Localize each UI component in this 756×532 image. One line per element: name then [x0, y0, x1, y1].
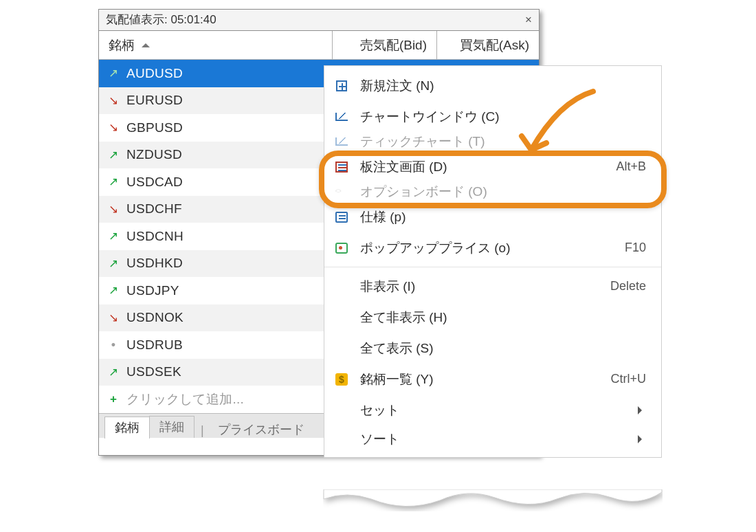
menu-item[interactable]: 非表示 (I)Delete	[324, 271, 661, 302]
menu-label: ソート	[360, 430, 627, 448]
symbol-name: USDRUB	[126, 337, 183, 353]
symbol-name: USDSEK	[126, 364, 181, 379]
close-icon[interactable]: ×	[522, 10, 535, 30]
menu-label: 銘柄一覧 (Y)	[360, 370, 599, 388]
menu-label: チャートウインドウ (C)	[360, 108, 646, 126]
symbol-name: GBPUSD	[126, 120, 183, 135]
chart-icon	[335, 137, 348, 146]
col-bid[interactable]: 売気配(Bid)	[333, 31, 437, 59]
menu-label: 非表示 (I)	[360, 278, 599, 296]
col-ask[interactable]: 買気配(Ask)	[437, 31, 539, 59]
menu-label: 全て非表示 (H)	[360, 309, 646, 326]
menu-item[interactable]: ティックチャート (T)	[324, 132, 661, 151]
trend-up-icon: ↗	[109, 229, 118, 243]
menu-item[interactable]: ソート	[324, 425, 661, 453]
symbol-name: NZDUSD	[126, 147, 182, 162]
tab-details[interactable]: 詳細	[149, 416, 194, 438]
sort-asc-icon	[142, 39, 150, 47]
trend-up-icon: ↗	[109, 148, 118, 162]
spec-icon	[335, 212, 348, 223]
trend-up-icon: ↗	[109, 365, 118, 379]
menu-shortcut: F10	[625, 241, 646, 255]
menu-label: ポップアッププライス (o)	[360, 239, 614, 257]
menu-label: 新規注文 (N)	[360, 77, 646, 95]
popup-icon	[335, 243, 348, 254]
trend-up-icon: ↗	[109, 175, 118, 189]
tab-symbols[interactable]: 銘柄	[104, 417, 150, 439]
chart-icon	[335, 113, 348, 121]
menu-label: セット	[360, 401, 627, 419]
col-symbol[interactable]: 銘柄	[99, 31, 333, 59]
symbol-name: USDJPY	[126, 283, 179, 298]
menu-label: 全て表示 (S)	[360, 340, 646, 357]
trend-dn-icon: ↘	[109, 120, 118, 135]
tab-priceboard[interactable]: プライスボード	[211, 419, 311, 438]
menu-shortcut: Ctrl+U	[610, 372, 646, 386]
trend-dn-icon: ↘	[109, 311, 118, 325]
menu-shortcut: Delete	[610, 279, 646, 293]
chevron-right-icon	[638, 435, 646, 443]
symbol-name: USDCNH	[126, 229, 184, 244]
new-order-icon	[336, 80, 347, 91]
context-menu: 新規注文 (N)チャートウインドウ (C)ティックチャート (T)板注文画面 (…	[324, 65, 662, 458]
highlight-callout	[319, 151, 667, 208]
chevron-right-icon	[638, 406, 646, 414]
plus-icon: +	[109, 392, 118, 406]
menu-label: ティックチャート (T)	[360, 133, 646, 151]
window-titlebar[interactable]: 気配値表示: 05:01:40 ×	[99, 10, 539, 31]
symbol-name: USDNOK	[126, 310, 184, 325]
menu-item[interactable]: 全て表示 (S)	[324, 333, 661, 364]
symbol-name: EURUSD	[126, 93, 183, 108]
menu-item[interactable]: $銘柄一覧 (Y)Ctrl+U	[324, 364, 661, 395]
trend-up-icon: ↗	[109, 256, 118, 271]
menu-item[interactable]: セット	[324, 395, 661, 425]
menu-item[interactable]: ポップアッププライス (o)F10	[324, 232, 661, 263]
symbol-name: AUDUSD	[126, 66, 183, 81]
trend-dot-icon: •	[109, 339, 118, 351]
trend-up-icon: ↗	[109, 283, 118, 298]
window-title: 気配値表示: 05:01:40	[106, 10, 216, 30]
dollar-icon: $	[335, 373, 348, 386]
symbol-name: USDCHF	[126, 201, 182, 217]
symbol-name: USDHKD	[126, 256, 183, 271]
trend-dn-icon: ↘	[109, 202, 118, 217]
torn-edge	[323, 489, 663, 511]
trend-up-icon: ↗	[109, 66, 118, 80]
menu-item[interactable]: 新規注文 (N)	[324, 70, 661, 101]
trend-dn-icon: ↘	[109, 93, 118, 108]
column-header[interactable]: 銘柄 売気配(Bid) 買気配(Ask)	[99, 31, 539, 60]
symbol-name: USDCAD	[126, 175, 183, 190]
menu-item[interactable]: 全て非表示 (H)	[324, 302, 661, 333]
menu-item[interactable]: チャートウインドウ (C)	[324, 101, 661, 132]
menu-label: 仕様 (p)	[360, 208, 646, 226]
